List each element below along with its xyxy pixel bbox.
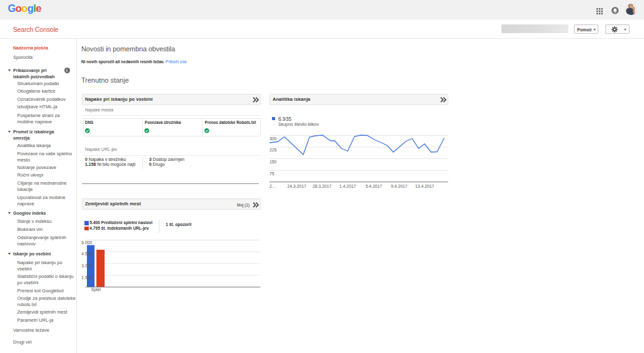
svg-text:150: 150 bbox=[269, 160, 277, 164]
svg-text:1.4.2017: 1.4.2017 bbox=[340, 184, 356, 188]
svg-text:225: 225 bbox=[269, 148, 277, 152]
svg-text:9.4.2017: 9.4.2017 bbox=[391, 184, 408, 188]
svg-text:28.3.2017: 28.3.2017 bbox=[313, 184, 331, 188]
svg-text:4.500: 4.500 bbox=[81, 252, 92, 256]
svg-text:1.500: 1.500 bbox=[81, 275, 92, 280]
svg-text:3.000: 3.000 bbox=[81, 263, 92, 268]
svg-text:5.4.2017: 5.4.2017 bbox=[366, 184, 383, 188]
svg-text:13.4.2017: 13.4.2017 bbox=[415, 184, 434, 188]
svg-text:24.3.2017: 24.3.2017 bbox=[287, 184, 306, 188]
svg-text:2...: 2... bbox=[269, 184, 276, 188]
svg-text:Splet: Splet bbox=[91, 287, 101, 292]
svg-text:75: 75 bbox=[269, 171, 274, 176]
svg-text:6.000: 6.000 bbox=[81, 240, 92, 245]
svg-text:300: 300 bbox=[269, 136, 277, 141]
